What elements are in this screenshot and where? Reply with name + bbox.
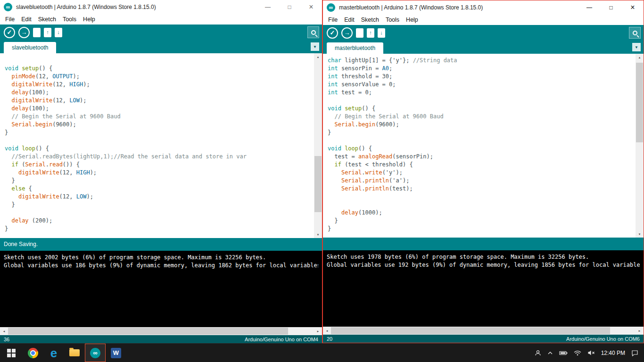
taskbar-edge-icon[interactable]: e xyxy=(43,344,64,362)
menu-help[interactable]: Help xyxy=(80,16,99,23)
chrome-icon xyxy=(28,348,38,358)
close-button[interactable]: × xyxy=(622,0,644,15)
editor-status-bar: 36 Arduino/Genuino Uno on COM4 xyxy=(0,335,322,343)
start-button[interactable] xyxy=(0,344,23,362)
scroll-down-arrow[interactable]: ▼ xyxy=(314,231,322,238)
menu-edit[interactable]: Edit xyxy=(341,16,358,23)
hscroll-thumb[interactable] xyxy=(331,327,610,334)
serial-monitor-button[interactable] xyxy=(629,27,641,39)
desktop-screen: ∞ slavebluetooth | Arduino 1.8.7 (Window… xyxy=(0,0,644,362)
scroll-up-arrow[interactable]: ▲ xyxy=(314,53,322,60)
scroll-right-arrow[interactable]: ► xyxy=(636,327,644,335)
tab-list-dropdown[interactable]: ▼ xyxy=(311,42,319,51)
scroll-down-arrow[interactable]: ▼ xyxy=(636,230,644,238)
scroll-up-arrow[interactable]: ▲ xyxy=(636,54,644,61)
code-editor[interactable]: char lightUp[1] = {'y'}; //String datain… xyxy=(323,54,644,238)
menu-file[interactable]: File xyxy=(325,16,341,23)
taskbar-chrome-icon[interactable] xyxy=(23,344,43,362)
action-center-icon[interactable] xyxy=(631,350,638,356)
toolbar: ✓ → ↑ ↓ xyxy=(323,25,644,41)
code-line: } xyxy=(328,217,636,225)
menu-edit[interactable]: Edit xyxy=(18,16,35,23)
new-document-icon xyxy=(33,28,41,37)
minimize-button[interactable]: — xyxy=(257,0,279,14)
tab-list-dropdown[interactable]: ▼ xyxy=(632,43,641,51)
titlebar[interactable]: ∞ slavebluetooth | Arduino 1.8.7 (Window… xyxy=(0,0,322,14)
scroll-track[interactable] xyxy=(636,61,644,230)
people-icon[interactable] xyxy=(535,350,541,356)
upload-button[interactable]: → xyxy=(341,27,353,39)
right-arrow-icon: → xyxy=(21,29,27,35)
menu-sketch[interactable]: Sketch xyxy=(35,16,59,23)
code-line: delay(1000); xyxy=(328,209,636,217)
save-sketch-button[interactable]: ↓ xyxy=(55,28,62,37)
new-sketch-button[interactable] xyxy=(33,28,41,37)
maximize-button[interactable]: □ xyxy=(600,0,622,15)
serial-monitor-button[interactable] xyxy=(307,26,319,38)
menu-tools[interactable]: Tools xyxy=(382,16,403,23)
current-line-indicator: 20 xyxy=(327,336,332,342)
scroll-right-arrow[interactable]: ► xyxy=(314,327,322,335)
menu-sketch[interactable]: Sketch xyxy=(358,16,382,23)
tab-slavebluetooth[interactable]: slavebluetooth xyxy=(4,42,56,53)
hidden-icons-chevron[interactable] xyxy=(547,350,553,356)
volume-muted-icon[interactable] xyxy=(587,350,595,356)
horizontal-scrollbar[interactable]: ◄ ► xyxy=(323,327,644,335)
tab-masterbluetooth[interactable]: masterbluetooth xyxy=(327,42,383,54)
taskbar-explorer-icon[interactable] xyxy=(64,344,85,362)
window-controls: — □ × xyxy=(257,0,322,14)
upload-button[interactable]: → xyxy=(18,27,30,38)
board-port-info: Arduino/Genuino Uno on COM6 xyxy=(566,336,640,342)
code-line: Serial.println(test); xyxy=(328,185,636,193)
save-icon: ↓ xyxy=(55,28,62,37)
code-line: if (test < threshold) { xyxy=(328,161,636,169)
current-line-indicator: 36 xyxy=(4,337,9,342)
menu-tools[interactable]: Tools xyxy=(59,16,80,23)
code-line: int sensorPin = A0; xyxy=(328,65,636,73)
menu-file[interactable]: File xyxy=(2,16,18,23)
code-line: int threshold = 30; xyxy=(328,73,636,81)
horizontal-scrollbar[interactable]: ◄ ► xyxy=(0,327,322,335)
network-icon[interactable] xyxy=(574,350,581,356)
code-line xyxy=(328,97,636,105)
scroll-track[interactable] xyxy=(314,60,322,231)
window-title: slavebluetooth | Arduino 1.8.7 (Windows … xyxy=(16,4,156,10)
scroll-thumb[interactable] xyxy=(314,156,322,212)
open-sketch-button[interactable]: ↑ xyxy=(367,28,374,38)
code-editor[interactable]: void setup() { pinMode(12, OUTPUT); digi… xyxy=(0,53,322,238)
code-line: Serial.begin(9600); xyxy=(328,121,636,129)
scroll-left-arrow[interactable]: ◄ xyxy=(0,327,8,335)
menu-help[interactable]: Help xyxy=(403,16,421,23)
code-line: digitalWrite(12, LOW); xyxy=(5,193,314,201)
clock-display[interactable]: 12:40 PM xyxy=(601,350,625,356)
new-sketch-button[interactable] xyxy=(356,28,363,38)
console-output: Sketch uses 1978 bytes (6%) of program s… xyxy=(323,250,644,327)
code-area[interactable]: char lightUp[1] = {'y'}; //String datain… xyxy=(323,54,636,238)
taskbar-word-icon[interactable]: W xyxy=(106,344,126,362)
titlebar[interactable]: ∞ masterbluetooth | Arduino 1.8.7 (Windo… xyxy=(323,0,644,15)
arduino-icon: ∞ xyxy=(90,348,100,358)
open-sketch-button[interactable]: ↑ xyxy=(44,28,51,37)
minimize-button[interactable]: — xyxy=(578,0,600,15)
code-line: delay(100); xyxy=(5,105,314,113)
battery-icon[interactable] xyxy=(559,350,568,356)
scroll-thumb[interactable] xyxy=(636,63,643,142)
code-area[interactable]: void setup() { pinMode(12, OUTPUT); digi… xyxy=(0,53,314,238)
taskbar-arduino-icon[interactable]: ∞ xyxy=(85,344,106,362)
code-line: Serial.println('a'); xyxy=(328,177,636,185)
verify-button[interactable]: ✓ xyxy=(327,27,338,39)
code-line: void loop() { xyxy=(5,145,314,153)
arduino-app-icon: ∞ xyxy=(327,3,335,12)
magnifier-icon xyxy=(633,31,637,35)
code-line: // Begin the Serial at 9600 Baud xyxy=(328,113,636,121)
vertical-scrollbar[interactable]: ▲ ▼ xyxy=(314,53,322,238)
save-sketch-button[interactable]: ↓ xyxy=(378,28,385,38)
vertical-scrollbar[interactable]: ▲ ▼ xyxy=(636,54,644,238)
maximize-button[interactable]: □ xyxy=(279,0,300,14)
verify-button[interactable]: ✓ xyxy=(4,27,15,38)
open-icon: ↑ xyxy=(367,28,374,38)
taskbar: e ∞ W 12:40 PM xyxy=(0,343,644,362)
scroll-left-arrow[interactable]: ◄ xyxy=(323,327,331,335)
close-button[interactable]: × xyxy=(300,0,322,14)
hscroll-thumb[interactable] xyxy=(8,328,288,335)
